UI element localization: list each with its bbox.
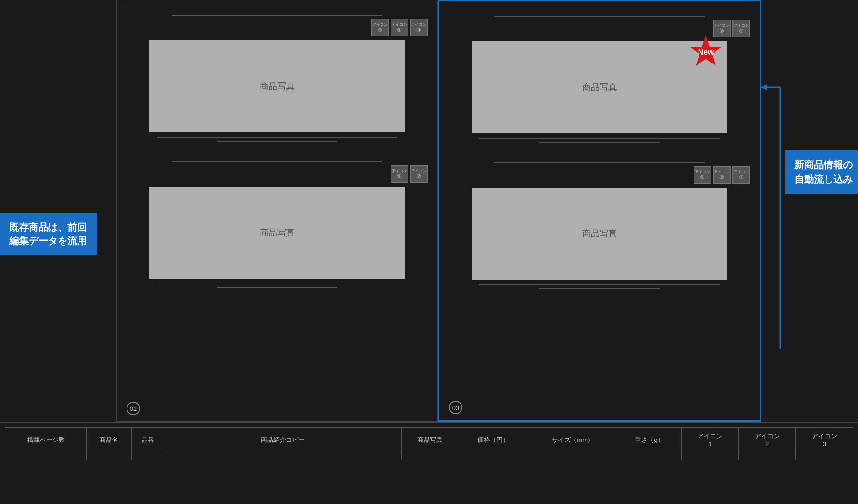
page03-dot: ·	[444, 5, 445, 11]
left-annotation: 既存商品は、前回 編集データを流用	[0, 213, 97, 255]
th-photo: 商品写真	[402, 428, 459, 452]
icon-2-2: アイコン ②	[410, 165, 428, 183]
page-number-02: 02	[127, 402, 140, 415]
left-annotation-line2: 編集データを流用	[9, 236, 87, 246]
right-annotation-line2: 自動流し込み	[794, 174, 853, 185]
icon-row-4: アイコン ① アイコン ② アイコン ③	[449, 166, 750, 184]
product-image-2: 商品写真	[149, 187, 405, 279]
th-page-count: 掲載ページ数	[5, 428, 87, 452]
product-card-2: アイコン ② アイコン ② 商品写真	[127, 161, 428, 288]
icon-row-2: アイコン ② アイコン ②	[127, 165, 428, 183]
main-area: 既存商品は、前回 編集データを流用 · アイコン ① アイコン ②	[0, 0, 858, 422]
icon-4-2: アイコン ②	[713, 166, 731, 184]
product-image-1: 商品写真	[149, 40, 405, 132]
product-row-bottom-02: アイコン ② アイコン ② 商品写真	[127, 157, 428, 293]
icon-4-3: アイコン ③	[732, 166, 750, 184]
product-row-top-02: アイコン ① アイコン ② アイコン ③ 商品写真	[127, 10, 428, 147]
desc-line-4b	[539, 288, 659, 289]
icon-3-3: アイコン ③	[732, 20, 750, 37]
product-card-3: アイコン ② アイコン ③ New 商品写真	[449, 16, 750, 143]
th-product-name: 商品名	[87, 428, 132, 452]
title-line-2	[172, 161, 382, 162]
th-icon3: アイコン3	[796, 428, 853, 452]
right-spacer: 新商品情報の 自動流し込み	[761, 0, 858, 422]
new-badge-star: New	[688, 34, 723, 69]
desc-line-1a	[157, 137, 397, 138]
svg-marker-4	[761, 84, 767, 90]
desc-line-1b	[217, 141, 337, 142]
blue-arrow-connector	[761, 0, 858, 422]
th-price: 価格（円）	[459, 428, 528, 452]
th-part-number: 品番	[131, 428, 164, 452]
th-copy: 商品紹介コピー	[164, 428, 402, 452]
title-line-3	[494, 16, 705, 17]
left-annotation-line1: 既存商品は、前回	[9, 222, 87, 233]
th-size: サイズ（mm）	[528, 428, 618, 452]
th-icon1: アイコン1	[682, 428, 739, 452]
product-data-table: 掲載ページ数 商品名 品番 商品紹介コピー 商品写真 価格（円） サイズ（mm）…	[5, 427, 853, 460]
svg-text:New: New	[698, 48, 714, 56]
icon-row-1: アイコン ① アイコン ② アイコン ③	[127, 19, 428, 36]
th-weight: 重さ（g）	[618, 428, 682, 452]
desc-line-2a	[157, 284, 397, 284]
product-card-1: アイコン ① アイコン ② アイコン ③ 商品写真	[127, 15, 428, 142]
th-icon2: アイコン2	[739, 428, 796, 452]
table-header-row: 掲載ページ数 商品名 品番 商品紹介コピー 商品写真 価格（円） サイズ（mm）…	[5, 428, 853, 452]
right-annotation: 新商品情報の 自動流し込み	[785, 150, 858, 194]
icon-4-1: アイコン ①	[694, 166, 711, 184]
table-row	[5, 452, 853, 460]
page-02-panel: · アイコン ① アイコン ② アイコン ③	[116, 0, 438, 422]
page02-dot: ·	[122, 4, 123, 10]
product-row-bottom-03: アイコン ① アイコン ② アイコン ③ 商品写真	[449, 158, 750, 294]
icon-1-2: アイコン ②	[391, 19, 408, 36]
right-annotation-line1: 新商品情報の	[794, 159, 853, 170]
bottom-table-wrapper: 掲載ページ数 商品名 品番 商品紹介コピー 商品写真 価格（円） サイズ（mm）…	[0, 422, 858, 504]
desc-line-3b	[539, 142, 659, 143]
desc-line-3a	[479, 138, 720, 139]
icon-1-3: アイコン ③	[410, 19, 428, 36]
left-spacer: 既存商品は、前回 編集データを流用	[0, 0, 116, 422]
title-line-4	[494, 162, 705, 163]
title-line-1	[172, 15, 382, 16]
icon-2-1: アイコン ②	[391, 165, 408, 183]
desc-line-2b	[217, 287, 337, 288]
desc-line-4a	[479, 284, 720, 285]
product-row-top-03: アイコン ② アイコン ③ New 商品写真	[449, 11, 750, 148]
page-number-03: 03	[449, 401, 462, 414]
product-card-4: アイコン ① アイコン ② アイコン ③ 商品写真	[449, 162, 750, 289]
page-03-panel: · アイコン ② アイコン ③	[438, 0, 761, 422]
product-image-4: 商品写真	[472, 188, 728, 280]
icon-1-1: アイコン ①	[371, 19, 389, 36]
